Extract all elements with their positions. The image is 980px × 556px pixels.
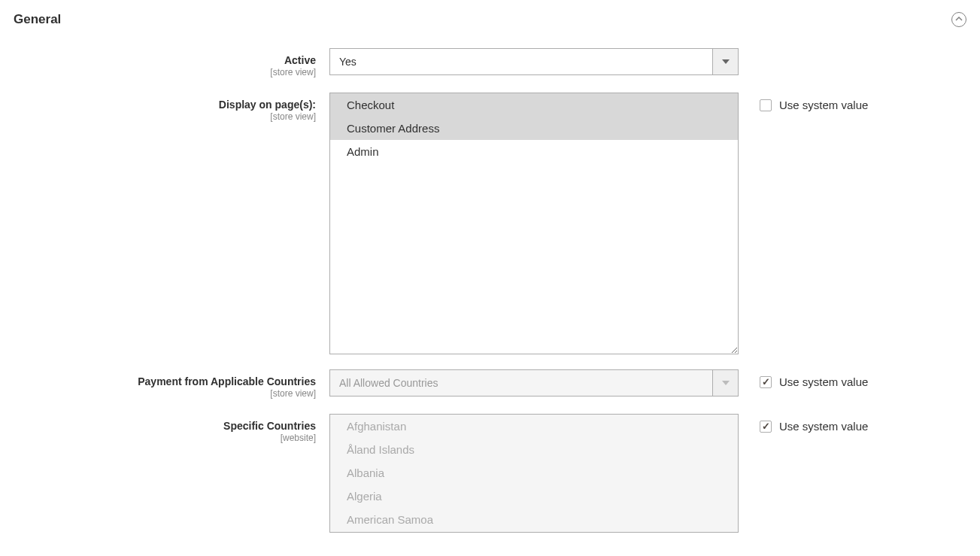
use-system-value-checkbox[interactable] — [760, 99, 772, 111]
multiselect-option: Åland Islands — [330, 438, 738, 461]
field-active: Active [store view] Yes — [14, 48, 966, 77]
chevron-down-icon — [722, 381, 730, 385]
field-payment-applicable-countries: Payment from Applicable Countries [store… — [14, 369, 966, 399]
field-input-col: Yes — [329, 48, 739, 75]
field-label-col: Display on page(s): [store view] — [14, 93, 329, 122]
field-input-col: All Allowed Countries — [329, 369, 739, 396]
svg-marker-1 — [722, 381, 730, 385]
use-system-value-label[interactable]: Use system value — [779, 420, 868, 433]
field-label: Active — [14, 54, 316, 66]
specific-countries-multiselect: AfghanistanÅland IslandsAlbaniaAlgeriaAm… — [329, 414, 739, 533]
collapse-toggle[interactable] — [951, 12, 966, 27]
field-scope: [store view] — [14, 111, 316, 122]
field-label-col: Active [store view] — [14, 48, 329, 77]
field-input-col: CheckoutCustomer AddressAdmin — [329, 93, 739, 354]
multiselect-option: Albania — [330, 461, 738, 485]
field-label-col: Specific Countries [website] — [14, 414, 329, 443]
use-system-value-checkbox[interactable] — [760, 421, 772, 433]
svg-marker-0 — [722, 59, 730, 64]
select-arrow — [712, 370, 738, 396]
chevron-down-icon — [722, 59, 730, 64]
field-scope: [website] — [14, 433, 316, 443]
multiselect-option: American Samoa — [330, 508, 738, 531]
field-input-col: AfghanistanÅland IslandsAlbaniaAlgeriaAm… — [329, 414, 739, 533]
field-specific-countries: Specific Countries [website] Afghanistan… — [14, 414, 966, 533]
multiselect-option: Algeria — [330, 485, 738, 508]
field-display-on-pages: Display on page(s): [store view] Checkou… — [14, 93, 966, 354]
chevron-up-icon — [955, 16, 963, 23]
multiselect-option[interactable]: Checkout — [330, 93, 738, 117]
display-on-pages-multiselect[interactable]: CheckoutCustomer AddressAdmin — [329, 93, 739, 354]
field-extra-col: Use system value — [739, 414, 868, 433]
field-scope: [store view] — [14, 67, 316, 77]
field-label-col: Payment from Applicable Countries [store… — [14, 369, 329, 399]
section-title: General — [14, 12, 61, 27]
select-value: Yes — [330, 49, 712, 74]
multiselect-option: Afghanistan — [330, 415, 738, 438]
multiselect-option[interactable]: Admin — [330, 140, 738, 163]
field-label: Specific Countries — [14, 420, 316, 432]
field-extra-col: Use system value — [739, 93, 868, 111]
multiselect-option[interactable]: Customer Address — [330, 117, 738, 140]
use-system-value-checkbox[interactable] — [760, 376, 772, 388]
select-arrow — [712, 49, 738, 74]
use-system-value-label[interactable]: Use system value — [779, 99, 868, 111]
field-label: Payment from Applicable Countries — [14, 375, 316, 387]
payment-countries-select: All Allowed Countries — [329, 369, 739, 396]
select-value: All Allowed Countries — [330, 370, 712, 396]
field-scope: [store view] — [14, 388, 316, 399]
active-select[interactable]: Yes — [329, 48, 739, 75]
field-extra-col: Use system value — [739, 369, 868, 388]
use-system-value-label[interactable]: Use system value — [779, 375, 868, 388]
field-label: Display on page(s): — [14, 99, 316, 111]
section-header: General — [14, 9, 966, 48]
